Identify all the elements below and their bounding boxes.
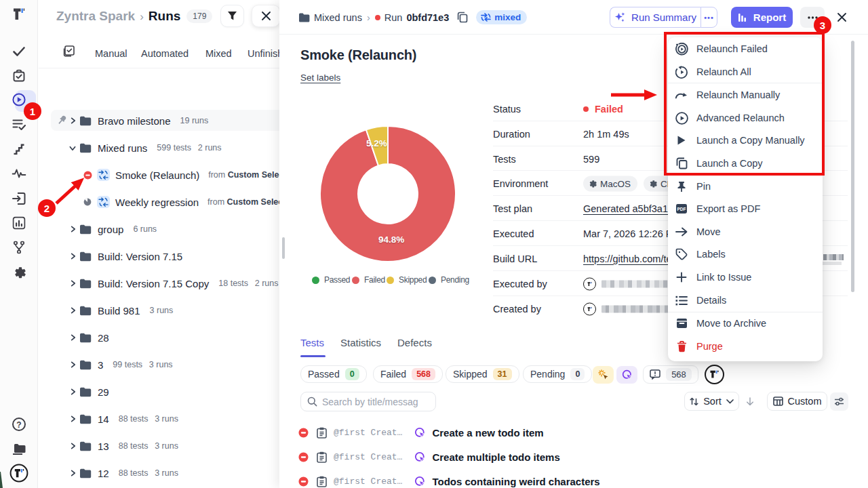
svg-text:PDF: PDF — [677, 207, 686, 211]
svg-text:?: ? — [16, 420, 21, 430]
